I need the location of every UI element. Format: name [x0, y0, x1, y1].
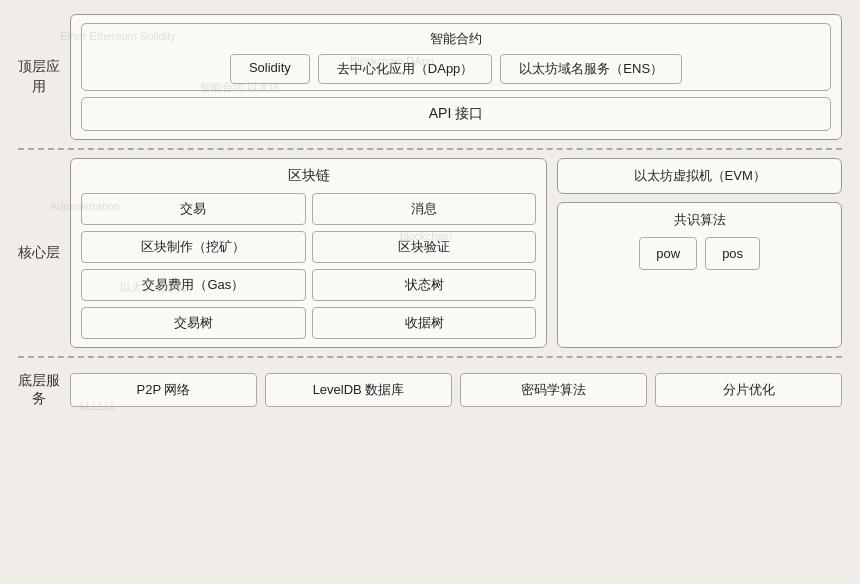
bc-item-validation: 区块验证: [312, 231, 537, 263]
blockchain-box: 区块链 交易 消息 区块制作（挖矿） 区块验证 交易费用（Gas） 状态树 交易…: [70, 158, 547, 348]
evm-box: 以太坊虚拟机（EVM）: [557, 158, 842, 194]
consensus-items: pow pos: [568, 237, 831, 270]
top-layer-row: 顶层应用 智能合约 Solidity 去中心化应用（DApp） 以太坊域名服务（…: [18, 14, 842, 140]
dashed-divider-top: [18, 148, 842, 150]
top-layer-content: 智能合约 Solidity 去中心化应用（DApp） 以太坊域名服务（ENS） …: [70, 14, 842, 140]
bc-item-tx-tree: 交易树: [81, 307, 306, 339]
bottom-items: P2P 网络 LevelDB 数据库 密码学算法 分片优化: [70, 373, 842, 407]
core-layer-content: 区块链 交易 消息 区块制作（挖矿） 区块验证 交易费用（Gas） 状态树 交易…: [70, 158, 842, 348]
bottom-layer-row: 底层服务 P2P 网络 LevelDB 数据库 密码学算法 分片优化: [18, 372, 842, 408]
sc-item-solidity: Solidity: [230, 54, 310, 84]
bottom-item-leveldb: LevelDB 数据库: [265, 373, 452, 407]
smart-contract-items: Solidity 去中心化应用（DApp） 以太坊域名服务（ENS）: [90, 54, 822, 84]
top-app-section: 智能合约 Solidity 去中心化应用（DApp） 以太坊域名服务（ENS） …: [70, 14, 842, 140]
cons-item-pos: pos: [705, 237, 760, 270]
bc-item-mining: 区块制作（挖矿）: [81, 231, 306, 263]
bc-item-gas: 交易费用（Gas）: [81, 269, 306, 301]
page-wrapper: Ether Ethereum Solidity Blockchain DApp …: [0, 0, 860, 584]
consensus-title: 共识算法: [568, 211, 831, 229]
bottom-layer-label: 底层服务: [18, 372, 60, 408]
cons-item-pow: pow: [639, 237, 697, 270]
core-layer-label: 核心层: [18, 158, 60, 348]
blockchain-grid: 交易 消息 区块制作（挖矿） 区块验证 交易费用（Gas） 状态树 交易树 收据…: [81, 193, 536, 339]
api-box: API 接口: [81, 97, 831, 131]
bottom-service: 底层服务 P2P 网络 LevelDB 数据库 密码学算法 分片优化: [18, 372, 842, 408]
right-core: 以太坊虚拟机（EVM） 共识算法 pow pos: [557, 158, 842, 348]
bc-item-msg: 消息: [312, 193, 537, 225]
core-layer-row: 核心层 区块链 交易 消息 区块制作（挖矿） 区块验证 交易费用（Gas） 状态…: [18, 158, 842, 348]
bottom-item-p2p: P2P 网络: [70, 373, 257, 407]
sc-item-dapp: 去中心化应用（DApp）: [318, 54, 493, 84]
api-row: API 接口: [81, 97, 831, 131]
bc-item-state-tree: 状态树: [312, 269, 537, 301]
sc-item-ens: 以太坊域名服务（ENS）: [500, 54, 682, 84]
smart-contract-box: 智能合约 Solidity 去中心化应用（DApp） 以太坊域名服务（ENS）: [81, 23, 831, 91]
smart-contract-title: 智能合约: [90, 30, 822, 48]
bottom-item-crypto: 密码学算法: [460, 373, 647, 407]
bottom-item-sharding: 分片优化: [655, 373, 842, 407]
dashed-divider-bottom: [18, 356, 842, 358]
top-layer-label: 顶层应用: [18, 57, 60, 96]
bc-item-tx: 交易: [81, 193, 306, 225]
consensus-box: 共识算法 pow pos: [557, 202, 842, 348]
blockchain-title: 区块链: [81, 167, 536, 185]
bc-item-receipt-tree: 收据树: [312, 307, 537, 339]
